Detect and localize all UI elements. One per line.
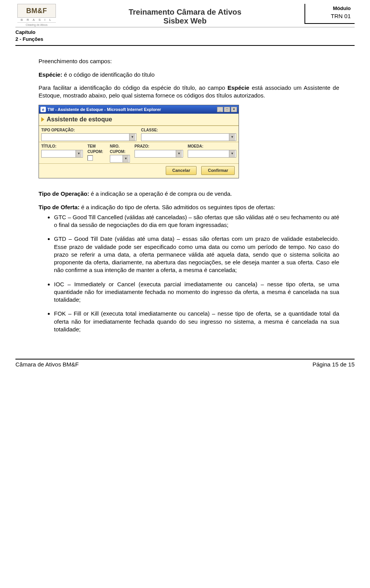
select-tipo-operacao[interactable]: ▼ <box>41 133 136 141</box>
window-titlebar[interactable]: e TW - Assistente de Estoque - Microsoft… <box>39 105 239 114</box>
paragraph-assistente-intro: Para facilitar a identificação do código… <box>39 84 339 100</box>
module-label: Módulo <box>309 5 351 11</box>
chevron-right-icon <box>41 117 44 122</box>
chevron-down-icon: ▼ <box>76 150 82 157</box>
p2-bold: Espécie <box>227 84 249 91</box>
label-nro-cupom: NRO. CUPOM: <box>110 144 130 154</box>
label-titulo: TÍTULO: <box>41 144 83 149</box>
panel-heading: Assistente de estoque <box>39 114 239 126</box>
module-box: Módulo TRN 01 <box>304 4 355 24</box>
close-button[interactable]: × <box>231 107 237 112</box>
title-line1: Treinamento Câmara de Ativos <box>66 8 304 17</box>
chapter-value: 2 - Funções <box>15 36 355 43</box>
list-item: FOK – Fill or Kill (executa total imedia… <box>54 310 339 333</box>
chapter-label: Capítulo <box>15 29 355 36</box>
paragraph-preenchimento: Preenchimento dos campos: <box>39 57 339 65</box>
select-classe[interactable]: ▼ <box>141 133 236 141</box>
label-moeda: MOEDA: <box>188 144 236 149</box>
especie-text: é o código de identificação do título <box>62 71 155 78</box>
checkbox-tem-cupom[interactable] <box>87 155 93 161</box>
paragraph-tipo-operacao: Tipo de Operação: é a indicação se a ope… <box>39 190 339 198</box>
chevron-down-icon: ▼ <box>229 150 235 157</box>
module-code: TRN 01 <box>331 13 351 19</box>
maximize-button[interactable]: □ <box>224 107 230 112</box>
tipo-oferta-label: Tipo de Oferta: <box>39 204 79 210</box>
title-line2: Sisbex Web <box>66 17 304 25</box>
label-tem-cupom: TEM CUPOM: <box>87 144 105 154</box>
page-footer: Câmara de Ativos BM&F Página 15 de 15 <box>15 359 355 368</box>
logo-country: B R A S I L <box>21 18 53 22</box>
confirm-button[interactable]: Confirmar <box>201 166 235 175</box>
tipo-op-text: é a indicação se a operação é de compra … <box>89 190 232 197</box>
logo-subtitle: Clearing de Ativos <box>17 22 56 26</box>
footer-right: Página 15 de 15 <box>313 361 355 368</box>
list-item: GTD – Good Till Date (válidas até uma da… <box>54 235 339 274</box>
list-item: GTC – Good Till Cancelled (válidas até c… <box>54 213 339 229</box>
paragraph-especie: Espécie: é o código de identificação do … <box>39 71 339 79</box>
label-prazo: PRAZO: <box>135 144 183 149</box>
logo-main: BM&F <box>17 4 56 18</box>
chevron-down-icon: ▼ <box>229 134 235 141</box>
ie-icon: e <box>40 107 46 112</box>
assistente-estoque-window: e TW - Assistente de Estoque - Microsoft… <box>39 105 239 178</box>
form-actions: Cancelar Confirmar <box>39 163 239 178</box>
especie-label: Espécie: <box>39 71 62 78</box>
form-area: TIPO OPERAÇÃO: ▼ CLASSE: ▼ TÍTULO: ▼ TEM… <box>39 126 239 178</box>
tipo-oferta-text: é a indicação do tipo de oferta. São adm… <box>79 204 275 210</box>
window-controls: _ □ × <box>217 107 237 112</box>
chevron-down-icon: ▼ <box>176 150 182 157</box>
window-title: TW - Assistente de Estoque - Microsoft I… <box>47 107 217 113</box>
minimize-button[interactable]: _ <box>217 107 223 112</box>
oferta-types-list: GTC – Good Till Cancelled (válidas até c… <box>39 213 339 333</box>
panel-heading-text: Assistente de estoque <box>47 115 112 124</box>
logo: BM&F B R A S I L Clearing de Ativos <box>15 4 58 26</box>
footer-left: Câmara de Ativos BM&F <box>15 361 79 368</box>
paragraph-tipo-oferta: Tipo de Oferta: é a indicação do tipo de… <box>39 203 339 211</box>
label-classe: CLASSE: <box>141 128 236 133</box>
document-title: Treinamento Câmara de Ativos Sisbex Web <box>66 4 304 25</box>
p2-pre: Para facilitar a identificação do código… <box>39 84 227 91</box>
tipo-op-label: Tipo de Operação: <box>39 190 89 197</box>
label-tipo-operacao: TIPO OPERAÇÃO: <box>41 128 136 133</box>
select-nro-cupom[interactable]: ▼ <box>110 155 130 163</box>
select-titulo[interactable]: ▼ <box>41 150 83 158</box>
chevron-down-icon: ▼ <box>129 134 135 141</box>
page-header: BM&F B R A S I L Clearing de Ativos Trei… <box>15 4 355 27</box>
chapter-row: Capítulo 2 - Funções <box>15 27 355 46</box>
chevron-down-icon: ▼ <box>123 155 129 162</box>
list-item: IOC – Immediately or Cancel (executa par… <box>54 281 339 304</box>
select-prazo[interactable]: ▼ <box>135 150 183 158</box>
cancel-button[interactable]: Cancelar <box>166 166 197 175</box>
select-moeda[interactable]: ▼ <box>188 150 236 158</box>
document-body: Preenchimento dos campos: Espécie: é o c… <box>15 46 355 343</box>
